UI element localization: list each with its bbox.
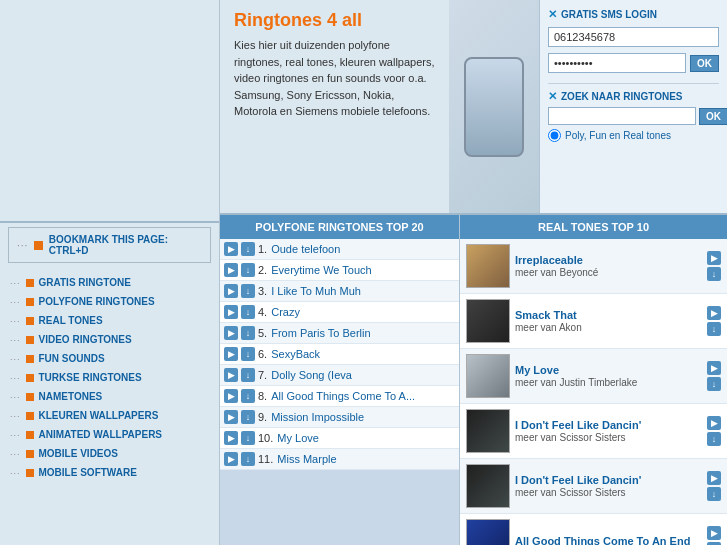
real-icons: ▶ ↓ — [707, 306, 721, 336]
download-icon[interactable]: ↓ — [707, 267, 721, 281]
speaker-icon[interactable]: ▶ — [707, 251, 721, 265]
sidebar-item-animated-wallpapers[interactable]: ··· ANIMATED WALLPAPERS — [4, 425, 215, 444]
real-title-link[interactable]: All Good Things Come To An End — [515, 535, 702, 545]
sidebar-label: NAMETONES — [39, 391, 103, 402]
ringtone-number: 10. — [258, 432, 273, 444]
ringtone-number: 2. — [258, 264, 267, 276]
sidebar-item-gratis-ringtone[interactable]: ··· GRATIS RINGTONE — [4, 273, 215, 292]
password-input[interactable] — [548, 53, 686, 73]
sidebar-item-mobile-videos[interactable]: ··· MOBILE VIDEOS — [4, 444, 215, 463]
real-thumbnail — [466, 409, 510, 453]
speaker-icon[interactable]: ▶ — [224, 263, 238, 277]
ringtone-link[interactable]: Everytime We Touch — [271, 264, 371, 276]
download-icon[interactable]: ↓ — [707, 432, 721, 446]
download-icon[interactable]: ↓ — [241, 389, 255, 403]
sidebar-item-nametones[interactable]: ··· NAMETONES — [4, 387, 215, 406]
speaker-icon[interactable]: ▶ — [224, 242, 238, 256]
table-row: ▶ ↓ 7. Dolly Song (Ieva — [220, 365, 459, 386]
promo-title: Ringtones 4 all — [234, 10, 435, 31]
real-title-link[interactable]: Smack That — [515, 309, 702, 321]
download-icon[interactable]: ↓ — [241, 242, 255, 256]
speaker-icon[interactable]: ▶ — [224, 347, 238, 361]
speaker-icon[interactable]: ▶ — [224, 389, 238, 403]
download-icon[interactable]: ↓ — [241, 326, 255, 340]
nav-dots: ··· — [10, 354, 21, 364]
real-subtitle: meer van Justin Timberlake — [515, 377, 637, 388]
content-area: Ringtones 4 all Kies hier uit duizenden … — [220, 0, 727, 545]
phone-input[interactable] — [548, 27, 719, 47]
ringtone-link[interactable]: All Good Things Come To A... — [271, 390, 415, 402]
sidebar-item-mobile-software[interactable]: ··· MOBILE SOFTWARE — [4, 463, 215, 482]
real-tones-table: REAL TONES TOP 10 Irreplaceable meer van… — [460, 215, 727, 545]
real-info: I Don't Feel Like Dancin' meer van Sciss… — [515, 474, 702, 498]
sidebar-item-kleuren-wallpapers[interactable]: ··· KLEUREN WALLPAPERS — [4, 406, 215, 425]
download-icon[interactable]: ↓ — [241, 263, 255, 277]
login-header-label: GRATIS SMS LOGIN — [561, 9, 657, 20]
ringtone-link[interactable]: Crazy — [271, 306, 300, 318]
promo-block: Ringtones 4 all Kies hier uit duizenden … — [220, 0, 449, 213]
promo-text: Kies hier uit duizenden polyfone rington… — [234, 37, 435, 120]
real-title-link[interactable]: My Love — [515, 364, 702, 376]
nav-square — [26, 336, 34, 344]
search-input[interactable] — [548, 107, 696, 125]
table-row: ▶ ↓ 8. All Good Things Come To A... — [220, 386, 459, 407]
speaker-icon[interactable]: ▶ — [707, 471, 721, 485]
login-ok-button[interactable]: OK — [690, 55, 719, 72]
nav-dots: ··· — [10, 392, 21, 402]
speaker-icon[interactable]: ▶ — [224, 305, 238, 319]
real-icons: ▶ ↓ — [707, 471, 721, 501]
search-close-icon[interactable]: ✕ — [548, 90, 557, 103]
speaker-icon[interactable]: ▶ — [707, 361, 721, 375]
dots-decoration: ··· — [17, 240, 28, 251]
table-row: ▶ ↓ 9. Mission Impossible — [220, 407, 459, 428]
sidebar-item-polyfone-ringtones[interactable]: ··· POLYFONE RINGTONES — [4, 292, 215, 311]
sidebar-label: REAL TONES — [39, 315, 103, 326]
speaker-icon[interactable]: ▶ — [224, 284, 238, 298]
login-close-icon[interactable]: ✕ — [548, 8, 557, 21]
ringtone-link[interactable]: Miss Marple — [277, 453, 336, 465]
sidebar-item-real-tones[interactable]: ··· REAL TONES — [4, 311, 215, 330]
download-icon[interactable]: ↓ — [241, 305, 255, 319]
download-icon[interactable]: ↓ — [241, 452, 255, 466]
login-ok-row: OK — [548, 53, 719, 73]
real-title-link[interactable]: Irreplaceable — [515, 254, 702, 266]
ringtone-number: 3. — [258, 285, 267, 297]
sidebar-item-turkse-ringtones[interactable]: ··· TURKSE RINGTONES — [4, 368, 215, 387]
ringtone-link[interactable]: Oude telefoon — [271, 243, 340, 255]
ringtone-link[interactable]: SexyBack — [271, 348, 320, 360]
ringtone-link[interactable]: My Love — [277, 432, 319, 444]
speaker-icon[interactable]: ▶ — [224, 431, 238, 445]
search-ok-button[interactable]: OK — [699, 108, 727, 125]
sidebar-label: VIDEO RINGTONES — [39, 334, 132, 345]
ringtone-link[interactable]: Dolly Song (Ieva — [271, 369, 352, 381]
search-radio[interactable] — [548, 129, 561, 142]
real-title-link[interactable]: I Don't Feel Like Dancin' — [515, 419, 702, 431]
nav-dots: ··· — [10, 430, 21, 440]
speaker-icon[interactable]: ▶ — [224, 410, 238, 424]
sidebar: ··· BOOKMARK THIS PAGE: CTRL+D ··· GRATI… — [0, 0, 220, 545]
real-title-link[interactable]: I Don't Feel Like Dancin' — [515, 474, 702, 486]
speaker-icon[interactable]: ▶ — [707, 306, 721, 320]
download-icon[interactable]: ↓ — [241, 368, 255, 382]
ringtone-number: 9. — [258, 411, 267, 423]
list-item: I Don't Feel Like Dancin' meer van Sciss… — [460, 459, 727, 514]
ringtone-link[interactable]: From Paris To Berlin — [271, 327, 370, 339]
download-icon[interactable]: ↓ — [241, 431, 255, 445]
bookmark-box[interactable]: ··· BOOKMARK THIS PAGE: CTRL+D — [8, 227, 211, 263]
speaker-icon[interactable]: ▶ — [224, 368, 238, 382]
download-icon[interactable]: ↓ — [241, 284, 255, 298]
ringtone-link[interactable]: I Like To Muh Muh — [271, 285, 361, 297]
download-icon[interactable]: ↓ — [707, 377, 721, 391]
download-icon[interactable]: ↓ — [707, 487, 721, 501]
download-icon[interactable]: ↓ — [707, 322, 721, 336]
speaker-icon[interactable]: ▶ — [707, 416, 721, 430]
download-icon[interactable]: ↓ — [241, 410, 255, 424]
ringtone-link[interactable]: Mission Impossible — [271, 411, 364, 423]
speaker-icon[interactable]: ▶ — [224, 452, 238, 466]
nav-square — [26, 412, 34, 420]
speaker-icon[interactable]: ▶ — [224, 326, 238, 340]
download-icon[interactable]: ↓ — [241, 347, 255, 361]
sidebar-item-video-ringtones[interactable]: ··· VIDEO RINGTONES — [4, 330, 215, 349]
speaker-icon[interactable]: ▶ — [707, 526, 721, 540]
sidebar-item-fun-sounds[interactable]: ··· FUN SOUNDS — [4, 349, 215, 368]
